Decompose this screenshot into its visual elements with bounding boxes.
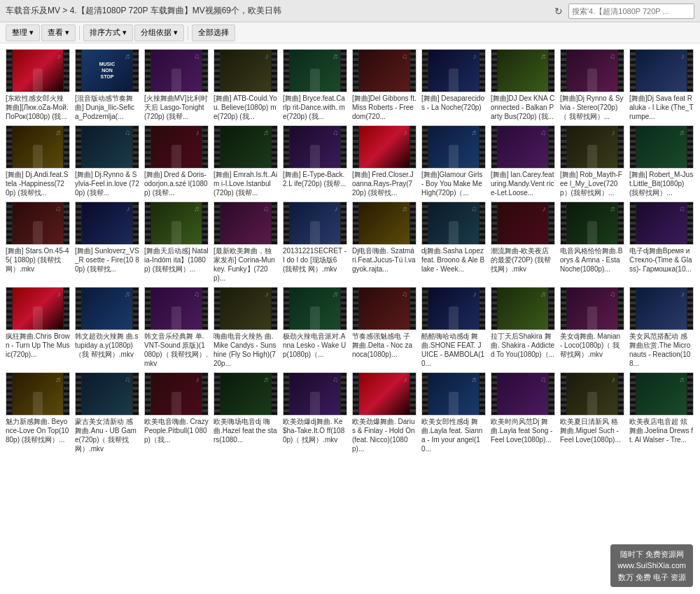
video-label: 魅力新感舞曲. Beyonce-Love On Top(1080p) (我帮找网… xyxy=(6,417,70,444)
title-bar: 车载音乐及MV > 4.【超清1080P 720P 车载舞曲】MV视频69个，欧… xyxy=(0,0,700,22)
list-item[interactable]: ♪[舞曲] Rob_Mayth-Fee l_My_Love(720 p）(我帮找… xyxy=(560,125,624,197)
select-all-button[interactable]: 全部选择 xyxy=(192,24,235,41)
video-label: Dj电音嗨曲. Szatmári.Feat.Jucus-Tú l.vagyok.… xyxy=(352,246,416,274)
video-label: 欧美嗨场电音dj 嗨曲.Hazel feat the stars(1080... xyxy=(214,417,278,444)
list-item[interactable]: ♬电音风格恰恰舞曲.Borys & Amna - Esta Noche(1080… xyxy=(560,201,624,283)
list-item[interactable]: ♫[舞曲] Stars.On.45-45( 1080p) (我帮找 网）.mkv xyxy=(6,201,70,283)
organize-button[interactable]: 整理 ▾ xyxy=(6,24,40,41)
list-item[interactable]: ♪欧美电音嗨曲. Crazy People.Pitbull(1 080p)（我.… xyxy=(144,372,209,453)
list-item[interactable]: ♫韩文音乐经典舞 单.VNT-Sound 原版)(1080p)（ 我帮找网）.m… xyxy=(144,287,209,368)
video-label: 疯狂舞曲.Chris Brown - Turn Up The Music(720… xyxy=(6,332,70,359)
list-item[interactable]: ♫美女dj舞曲. Manian - Loco(1080p)（ 我帮找网）.mkv xyxy=(560,287,624,368)
watermark-line3: 数万 免费 电子 资源 xyxy=(617,572,686,584)
list-item[interactable]: ♬魅力新感舞曲. Beyonce-Love On Top(1080p) (我帮找… xyxy=(6,372,70,453)
search-input[interactable] xyxy=(568,3,694,19)
video-label: 欧美夜店电音超 炫舞曲.Joelina Drews ft. Al Walser … xyxy=(629,417,694,444)
list-item[interactable]: ♪[舞曲] Dred & Doris-odorjon.a.szé l(1080p… xyxy=(144,125,209,197)
list-item[interactable]: ♫[舞曲]Del Gibbons ft. Miss Roberts - Free… xyxy=(352,49,416,121)
list-item[interactable]: ♪[舞曲] ATB-Could.You. Believe(1080p) me(7… xyxy=(214,49,278,121)
video-label: [舞曲天后动感] Natalia-Indóm ita】(1080p) (我帮找网… xyxy=(144,246,209,274)
video-label: 20131221SECRET - I do I do [现场版6 (我帮找 网）… xyxy=(283,246,347,274)
video-label: [舞曲] Dred & Doris-odorjon.a.szé l(1080p)… xyxy=(144,170,209,197)
list-item[interactable]: ♪[东欧性感女郎火辣舞曲][Люк.оZа-Мой.ПоРок(1080p) (… xyxy=(6,49,70,121)
video-label: [火辣舞曲MV]比利时天后 Lasgo-Tonight(720p) (我帮... xyxy=(144,94,209,121)
list-item[interactable]: ♫[火辣舞曲MV]比利时天后 Lasgo-Tonight(720p) (我帮..… xyxy=(144,49,209,121)
list-item[interactable]: ♫欧美时尚风范Dj 舞曲.Layla feat Song - Feel Love… xyxy=(491,372,555,453)
list-item[interactable]: ♬韩文超劲火辣舞 曲.stupiday a.y(1080p)（我 帮找网）.mk… xyxy=(75,287,139,368)
video-label: dj舞曲.Sasha Lopez feat. Broono & Ale Blak… xyxy=(421,246,486,274)
sort-button[interactable]: 排序方式 ▾ xyxy=(83,24,133,41)
video-label: 欧美女郎性感dj 舞曲.Layla feat. Sianna - Im your… xyxy=(421,417,486,453)
view-button[interactable]: 查看 ▾ xyxy=(41,24,76,41)
video-label: 欧美劲爆dj舞曲. Ke$ha-Take.It.O ff(1080p)（ 找网）… xyxy=(283,417,347,444)
list-item[interactable]: ♬MUSICNON STOP[混音版动感节奏舞曲] Dunja_Ilic-Sef… xyxy=(75,49,139,121)
list-item[interactable]: ♪美女风范搭配动 感舞曲欣赏.The Micronauts - Reaction… xyxy=(629,287,694,368)
list-item[interactable]: ♬欧美女郎性感dj 舞曲.Layla feat. Sianna - Im you… xyxy=(421,372,486,453)
video-label: 潮流舞曲-欧美夜店的最爱(720P) (我帮找网）.mkv xyxy=(491,246,555,274)
video-label: [舞曲] Fred.Closer.Joanna.Rays-Pray(7 20p)… xyxy=(352,170,416,197)
video-label: 拉丁天后Shakira 舞曲. Shakira - Addicted To Yo… xyxy=(491,332,555,359)
list-item[interactable]: ♪[舞曲] Fred.Closer.Joanna.Rays-Pray(7 20p… xyxy=(352,125,416,197)
list-item[interactable]: ♫[舞曲] Ian.Carey.featuring.Mandy.Vent ric… xyxy=(491,125,555,197)
video-label: 极劲火辣电音派对.Anna Lesko - Wake Up(1080p)（... xyxy=(283,332,347,359)
video-label: 欧美劲爆舞曲. Darius & Finlay - Hold On(feat. … xyxy=(352,417,416,453)
list-item[interactable]: ♬[舞曲]DJ Dex KNA Connected - Balkan Party… xyxy=(491,49,555,121)
list-item[interactable]: ♬欧美嗨场电音dj 嗨曲.Hazel feat the stars(1080..… xyxy=(214,372,278,453)
list-item[interactable]: ♫[舞曲] E-Type-Back.2.L ife(720p) (我帮... xyxy=(283,125,347,197)
list-item[interactable]: ♫[最新欧美舞曲，独家发布] Corina-Munkey. Funky】(720… xyxy=(214,201,278,283)
video-label: [舞曲] Sunloverz_VS_R osette - Fire(10 80p… xyxy=(75,246,139,274)
video-label: 美女风范搭配动 感舞曲欣赏.The Micronauts - Reaction(… xyxy=(629,332,694,368)
list-item[interactable]: ♪欧美夏日清新风 格舞曲.Miguel Such - Feel Love(108… xyxy=(560,372,624,453)
video-label: [舞曲] Emrah.Is.ft..Aim i-I.Love.Istanbul … xyxy=(214,170,278,197)
refresh-button[interactable]: ↻ xyxy=(552,4,566,18)
list-item[interactable]: ♪欧美劲爆舞曲. Darius & Finlay - Hold On(feat.… xyxy=(352,372,416,453)
group-button[interactable]: 分组依据 ▾ xyxy=(134,24,184,41)
list-item[interactable]: ♫欧美劲爆dj舞曲. Ke$ha-Take.It.O ff(1080p)（ 找网… xyxy=(283,372,347,453)
list-item[interactable]: ♬Dj电音嗨曲. Szatmári.Feat.Jucus-Tú l.vagyok… xyxy=(352,201,416,283)
list-item[interactable]: ♪酷酷嗨哈动感dj 舞曲.SHONE FEAT. JUICE - BAMBOLA… xyxy=(421,287,486,368)
video-label: 嗨曲电音火辣热 曲.Mike Candys - Sunshine (Fly So… xyxy=(214,332,278,368)
video-label: [舞曲]Glamour Girls - Boy You Make Me High… xyxy=(421,170,486,197)
list-item[interactable]: ♬[舞曲天后动感] Natalia-Indóm ita】(1080p) (我帮找… xyxy=(144,201,209,283)
video-label: [舞曲] Desaparecidos - La Noche(720p) xyxy=(421,94,486,112)
video-label: [舞曲] Robert_M-Just.Little_Bit(1080p) (我帮… xyxy=(629,170,694,197)
list-item[interactable]: ♪[舞曲] Desaparecidos - La Noche(720p) xyxy=(421,49,486,121)
list-item[interactable]: ♬欧美夜店电音超 炫舞曲.Joelina Drews ft. Al Walser… xyxy=(629,372,694,453)
video-label: [舞曲]Dj Sava feat Raluka - I Like (The_Tr… xyxy=(629,94,694,121)
list-item[interactable]: ♫[舞曲] Dj.Rynno & Sylvia-Feel.in.love (72… xyxy=(75,125,139,197)
list-item[interactable]: ♬[舞曲] Robert_M-Just.Little_Bit(1080p) (我… xyxy=(629,125,694,197)
video-label: 欧美夏日清新风 格舞曲.Miguel Such - Feel Love(1080… xyxy=(560,417,624,444)
list-item[interactable]: ♬拉丁天后Shakira 舞曲. Shakira - Addicted To Y… xyxy=(491,287,555,368)
list-item[interactable]: ♫电子dj舞曲Время и Стекло-(Time & Glass)- Га… xyxy=(629,201,694,283)
list-item[interactable]: ♬极劲火辣电音派对.Anna Lesko - Wake Up(1080p)（..… xyxy=(283,287,347,368)
list-item[interactable]: ♬[舞曲]Glamour Girls - Boy You Make Me Hig… xyxy=(421,125,486,197)
watermark-line2: www.SuiShiXia.com xyxy=(617,560,686,572)
list-item[interactable]: ♬[舞曲] Emrah.Is.ft..Aim i-I.Love.Istanbul… xyxy=(214,125,278,197)
video-label: 蒙古美女清新动 感舞曲.Anu - UB Game(720p)（ 我帮找网）.m… xyxy=(75,417,139,453)
list-item[interactable]: ♪嗨曲电音火辣热 曲.Mike Candys - Sunshine (Fly S… xyxy=(214,287,278,368)
list-item[interactable]: ♪20131221SECRET - I do I do [现场版6 (我帮找 网… xyxy=(283,201,347,283)
list-item[interactable]: ♪疯狂舞曲.Chris Brown - Turn Up The Music(72… xyxy=(6,287,70,368)
title-bar-right: ↻ xyxy=(552,3,694,19)
list-item[interactable]: ♫dj舞曲.Sasha Lopez feat. Broono & Ale Bla… xyxy=(421,201,486,283)
video-label: [舞曲]Dj Rynno & Sylvia - Stereo(720p)（ 我帮… xyxy=(560,94,624,121)
video-label: [舞曲]Del Gibbons ft. Miss Roberts - Freed… xyxy=(352,94,416,121)
content-area[interactable]: ♪[东欧性感女郎火辣舞曲][Люк.оZа-Мой.ПоРок(1080p) (… xyxy=(0,43,700,594)
video-label: [舞曲]DJ Dex KNA Connected - Balkan Party … xyxy=(491,94,555,121)
video-label: 欧美时尚风范Dj 舞曲.Layla feat Song - Feel Love(… xyxy=(491,417,555,444)
list-item[interactable]: ♫蒙古美女清新动 感舞曲.Anu - UB Game(720p)（ 我帮找网）.… xyxy=(75,372,139,453)
list-item[interactable]: ♫[舞曲]Dj Rynno & Sylvia - Stereo(720p)（ 我… xyxy=(560,49,624,121)
list-item[interactable]: ♫节奏感强魅感电 子舞曲.Delta - Noc za noca(1080p).… xyxy=(352,287,416,368)
video-label: [舞曲] Bryce.feat.Carlp rit-Dance.with. me… xyxy=(283,94,347,121)
video-label: 电音风格恰恰舞曲.Borys & Amna - Esta Noche(1080p… xyxy=(560,246,624,274)
list-item[interactable]: ♪潮流舞曲-欧美夜店的最爱(720P) (我帮找网）.mkv xyxy=(491,201,555,283)
video-label: 韩文超劲火辣舞 曲.stupiday a.y(1080p)（我 帮找网）.mkv xyxy=(75,332,139,359)
list-item[interactable]: ♬[舞曲] Dj.Andi.feat.Stela -Happiness(72 0… xyxy=(6,125,70,197)
video-grid: ♪[东欧性感女郎火辣舞曲][Люк.оZа-Мой.ПоРок(1080p) (… xyxy=(6,49,694,453)
video-label: [舞曲] Rob_Mayth-Fee l_My_Love(720 p）(我帮找网… xyxy=(560,170,624,197)
video-label: 酷酷嗨哈动感dj 舞曲.SHONE FEAT. JUICE - BAMBOLA(… xyxy=(421,332,486,368)
list-item[interactable]: ♪[舞曲]Dj Sava feat Raluka - I Like (The_T… xyxy=(629,49,694,121)
list-item[interactable]: ♬[舞曲] Bryce.feat.Carlp rit-Dance.with. m… xyxy=(283,49,347,121)
list-item[interactable]: ♪[舞曲] Sunloverz_VS_R osette - Fire(10 80… xyxy=(75,201,139,283)
toolbar: 整理 ▾ 查看 ▾ 排序方式 ▾ 分组依据 ▾ 全部选择 xyxy=(0,22,700,43)
